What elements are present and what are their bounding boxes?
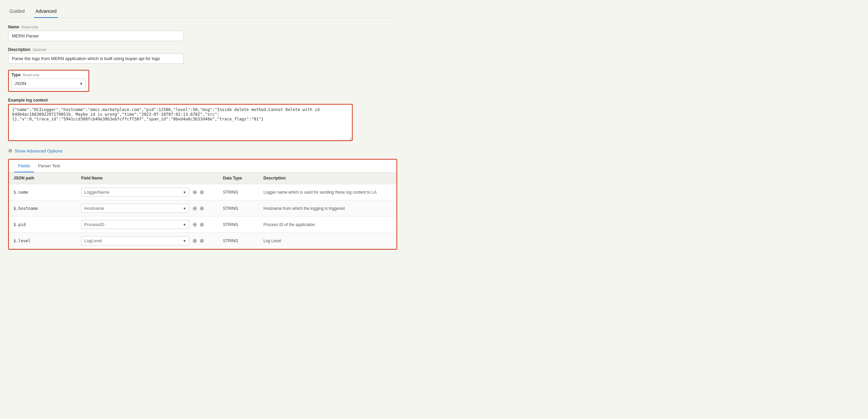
- cell-data-type: STRING: [218, 200, 259, 217]
- example-log-label: Example log content: [8, 98, 397, 103]
- table-row: $.level LogLevel ▼ ⊕ ⊗ STRINGLog Level: [9, 233, 397, 249]
- table-row: $.pid ProcessID ▼ ⊕ ⊗ STRINGProcess ID o…: [9, 217, 397, 233]
- add-row-button[interactable]: ⊕: [192, 238, 198, 244]
- description-label: Description Optional: [8, 47, 397, 52]
- col-header-json-path: JSON path: [9, 172, 76, 184]
- cell-field-name: ProcessID ▼ ⊕ ⊗: [76, 217, 218, 233]
- cell-description: Log Level: [259, 233, 397, 249]
- inner-tabs: Fields Parser Test: [9, 160, 397, 172]
- fields-table: JSON path Field Name Data Type Descripti…: [9, 172, 397, 249]
- add-row-button[interactable]: ⊕: [192, 221, 198, 228]
- cell-data-type: STRING: [218, 233, 259, 249]
- col-header-description: Description: [259, 172, 397, 184]
- remove-row-button[interactable]: ⊗: [199, 205, 205, 212]
- top-tabs: Guided Advanced: [8, 5, 397, 18]
- cell-json-path: $.level: [9, 233, 76, 249]
- cell-json-path: $.pid: [9, 217, 76, 233]
- field-select-wrap: Hostname ▼: [81, 204, 189, 213]
- table-header-row: JSON path Field Name Data Type Descripti…: [9, 172, 397, 184]
- remove-row-button[interactable]: ⊗: [199, 221, 205, 228]
- tab-advanced[interactable]: Advanced: [34, 6, 58, 18]
- cell-description: Process ID of the application: [259, 217, 397, 233]
- cell-field-name: Hostname ▼ ⊕ ⊗: [76, 200, 218, 217]
- type-select[interactable]: JSON: [11, 79, 86, 88]
- table-row: $.hostname Hostname ▼ ⊕ ⊗ STRINGHostname…: [9, 200, 397, 217]
- example-log-textarea[interactable]: [8, 104, 353, 141]
- sliders-icon: ⚙: [8, 148, 12, 153]
- cell-data-type: STRING: [218, 217, 259, 233]
- add-row-button[interactable]: ⊕: [192, 205, 198, 212]
- action-icons: ⊕ ⊗: [192, 221, 205, 228]
- col-header-field-name: Field Name: [76, 172, 218, 184]
- field-name-select-3[interactable]: LogLevel: [81, 236, 189, 245]
- description-field-group: Description Optional: [8, 47, 397, 64]
- field-name-select-1[interactable]: Hostname: [81, 204, 189, 213]
- col-header-data-type: Data Type: [218, 172, 259, 184]
- cell-json-path: $.hostname: [9, 200, 76, 217]
- action-icons: ⊕ ⊗: [192, 189, 205, 196]
- field-name-select-0[interactable]: LoggerName: [81, 188, 189, 197]
- example-log-group: Example log content: [8, 98, 397, 142]
- inner-tab-fields[interactable]: Fields: [14, 160, 34, 172]
- cell-description: Hostname from which the logging is trigg…: [259, 200, 397, 217]
- show-advanced-options-link[interactable]: ⚙ Show Advanced Options: [8, 148, 62, 153]
- cell-field-name: LoggerName ▼ ⊕ ⊗: [76, 184, 218, 200]
- inner-tab-parser-test[interactable]: Parser Test: [34, 160, 65, 172]
- name-field-group: Name Read-only: [8, 25, 397, 41]
- cell-json-path: $.name: [9, 184, 76, 200]
- type-field-group: Type Read-only JSON ▼: [8, 70, 397, 92]
- main-section: Fields Parser Test JSON path Field Name …: [8, 159, 397, 250]
- type-select-wrap: JSON ▼: [11, 79, 86, 88]
- field-name-select-2[interactable]: ProcessID: [81, 220, 189, 229]
- cell-description: Logger name which is used for sending th…: [259, 184, 397, 200]
- cell-field-name: LogLevel ▼ ⊕ ⊗: [76, 233, 218, 249]
- field-select-wrap: LogLevel ▼: [81, 236, 189, 245]
- remove-row-button[interactable]: ⊗: [199, 189, 205, 196]
- table-row: $.name LoggerName ▼ ⊕ ⊗ STRINGLogger nam…: [9, 184, 397, 200]
- field-select-wrap: ProcessID ▼: [81, 220, 189, 229]
- type-label: Type Read-only: [11, 73, 86, 77]
- cell-data-type: STRING: [218, 184, 259, 200]
- description-input[interactable]: [8, 53, 184, 64]
- name-label: Name Read-only: [8, 25, 397, 29]
- field-select-wrap: LoggerName ▼: [81, 188, 189, 197]
- action-icons: ⊕ ⊗: [192, 238, 205, 244]
- add-row-button[interactable]: ⊕: [192, 189, 198, 196]
- type-bordered-group: Type Read-only JSON ▼: [8, 70, 89, 92]
- action-icons: ⊕ ⊗: [192, 205, 205, 212]
- name-input[interactable]: [8, 31, 184, 41]
- remove-row-button[interactable]: ⊗: [199, 238, 205, 244]
- tab-guided[interactable]: Guided: [8, 6, 26, 18]
